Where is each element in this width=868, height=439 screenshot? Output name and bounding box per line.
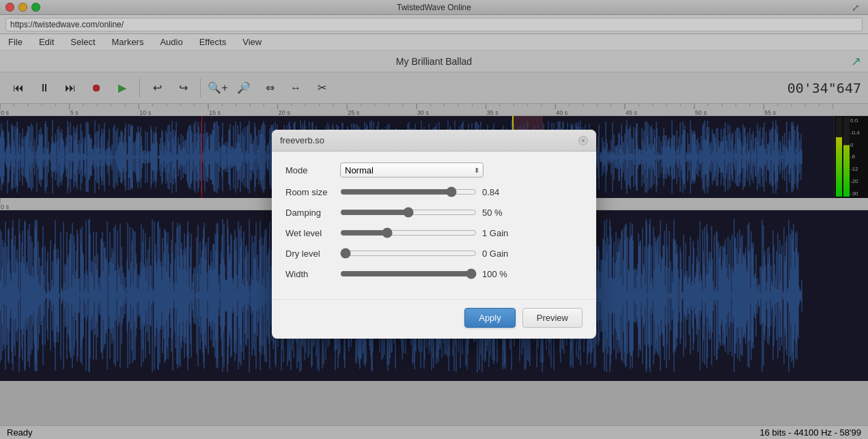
dry-level-slider[interactable] bbox=[340, 247, 477, 259]
preview-button[interactable]: Preview bbox=[522, 308, 583, 328]
dialog-title-bar: freeverb.so × bbox=[272, 130, 596, 152]
dialog-overlay: freeverb.so × Mode Normal Freeze Room s bbox=[0, 0, 868, 439]
mode-control: Normal Freeze bbox=[340, 162, 583, 178]
damping-slider[interactable] bbox=[340, 206, 477, 218]
wet-level-value: 1 Gain bbox=[482, 228, 530, 238]
width-value: 100 % bbox=[482, 269, 530, 279]
wet-level-label: Wet level bbox=[285, 228, 340, 238]
room-size-row: Room size 0.84 bbox=[285, 186, 583, 198]
dry-level-value: 0 Gain bbox=[482, 249, 530, 259]
wet-level-row: Wet level 1 Gain bbox=[285, 227, 583, 239]
dialog-body: Mode Normal Freeze Room size 0.84 bbox=[272, 152, 596, 299]
damping-row: Damping 50 % bbox=[285, 206, 583, 218]
room-size-slider[interactable] bbox=[340, 186, 477, 198]
width-row: Width 100 % bbox=[285, 268, 583, 280]
dry-level-row: Dry level 0 Gain bbox=[285, 247, 583, 259]
wet-level-slider[interactable] bbox=[340, 227, 477, 239]
mode-select-wrapper[interactable]: Normal Freeze bbox=[340, 162, 484, 178]
room-size-control: 0.84 bbox=[340, 186, 583, 198]
width-slider[interactable] bbox=[340, 268, 477, 280]
damping-value: 50 % bbox=[482, 208, 530, 218]
mode-row: Mode Normal Freeze bbox=[285, 162, 583, 178]
apply-button[interactable]: Apply bbox=[464, 308, 516, 328]
freeverb-dialog: freeverb.so × Mode Normal Freeze Room s bbox=[272, 130, 596, 339]
mode-label: Mode bbox=[285, 165, 340, 175]
dry-level-control: 0 Gain bbox=[340, 247, 583, 259]
dialog-title: freeverb.so bbox=[280, 135, 324, 145]
dialog-footer: Apply Preview bbox=[272, 299, 596, 339]
width-control: 100 % bbox=[340, 268, 583, 280]
dry-level-label: Dry level bbox=[285, 249, 340, 259]
wet-level-control: 1 Gain bbox=[340, 227, 583, 239]
damping-control: 50 % bbox=[340, 206, 583, 218]
dialog-close-button[interactable]: × bbox=[578, 136, 588, 145]
mode-select[interactable]: Normal Freeze bbox=[340, 162, 484, 178]
room-size-label: Room size bbox=[285, 187, 340, 197]
damping-label: Damping bbox=[285, 208, 340, 218]
room-size-value: 0.84 bbox=[482, 187, 530, 197]
width-label: Width bbox=[285, 269, 340, 279]
